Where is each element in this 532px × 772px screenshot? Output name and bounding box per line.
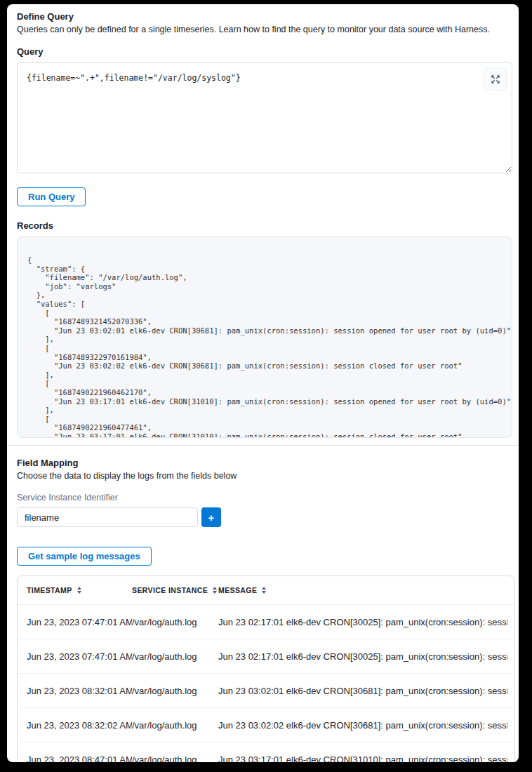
column-header-message: MESSAGE [218,586,507,594]
column-header-service-instance: SERVICE INSTANCE [132,586,218,594]
table-row[interactable]: Jun 23, 2023 07:47:01 AM /var/log/auth.l… [18,639,514,673]
service-instance-cell: /var/log/auth.log [132,754,218,763]
add-field-button[interactable]: + [201,507,221,527]
timestamp-cell: Jun 23, 2023 08:47:01 AM [27,754,132,763]
plus-icon: + [208,512,215,523]
sort-service-instance-icon[interactable] [213,587,217,594]
service-instance-cell: /var/log/auth.log [132,617,218,627]
service-instance-cell: /var/log/auth.log [132,686,218,696]
field-mapping-description: Choose the data to display the logs from… [17,471,512,481]
records-json: { "stream": { "filename": "/var/log/auth… [18,237,512,438]
query-editor: {filename=~".+",filename!="/var/log/sysl… [17,62,512,176]
records-viewer[interactable]: { "stream": { "filename": "/var/log/auth… [17,237,512,438]
service-instance-input[interactable] [17,507,198,527]
table-row[interactable]: Jun 23, 2023 08:47:01 AM /var/log/auth.l… [18,742,514,762]
message-cell: Jun 23 02:17:01 elk6-dev CRON[30025]: pa… [218,651,507,662]
fullscreen-expand-icon [491,74,500,84]
field-mapping-title: Field Mapping [17,458,512,468]
table-row[interactable]: Jun 23, 2023 08:32:02 AM /var/log/auth.l… [18,707,514,742]
get-sample-log-messages-button[interactable]: Get sample log messages [17,547,152,566]
sample-log-table: TIMESTAMP SERVICE INSTANCE MESSAGE Jun 2… [17,575,515,762]
service-instance-cell: /var/log/auth.log [132,651,218,662]
message-cell: Jun 23 03:17:01 elk6-dev CRON[31010]: pa… [218,754,507,763]
timestamp-cell: Jun 23, 2023 08:32:02 AM [27,720,132,731]
service-instance-identifier-label: Service Instance Identifier [17,493,512,503]
sort-message-icon[interactable] [262,587,266,594]
define-query-title: Define Query [17,11,512,22]
table-row[interactable]: Jun 23, 2023 07:47:01 AM /var/log/auth.l… [18,604,514,639]
query-input[interactable]: {filename=~".+",filename!="/var/log/sysl… [17,62,512,173]
message-cell: Jun 23 02:17:01 elk6-dev CRON[30025]: pa… [218,617,507,627]
expand-query-button[interactable] [484,67,507,91]
run-query-button[interactable]: Run Query [17,187,86,206]
service-instance-row: + [17,507,512,527]
service-instance-cell: /var/log/auth.log [132,720,218,731]
timestamp-cell: Jun 23, 2023 08:32:01 AM [27,686,132,696]
column-header-timestamp: TIMESTAMP [27,586,132,594]
message-cell: Jun 23 03:02:02 elk6-dev CRON[30681]: pa… [218,720,507,731]
timestamp-cell: Jun 23, 2023 07:47:01 AM [27,651,132,662]
message-cell: Jun 23 03:02:01 elk6-dev CRON[30681]: pa… [218,686,507,696]
section-divider [7,445,519,446]
query-label: Query [17,46,512,57]
table-header-row: TIMESTAMP SERVICE INSTANCE MESSAGE [18,576,514,604]
records-label: Records [17,220,512,231]
main-panel: Define Query Queries can only be defined… [7,4,519,762]
timestamp-cell: Jun 23, 2023 07:47:01 AM [27,617,132,627]
define-query-description: Queries can only be defined for a single… [17,25,512,34]
table-row[interactable]: Jun 23, 2023 08:32:01 AM /var/log/auth.l… [18,673,514,707]
sort-timestamp-icon[interactable] [77,587,81,594]
